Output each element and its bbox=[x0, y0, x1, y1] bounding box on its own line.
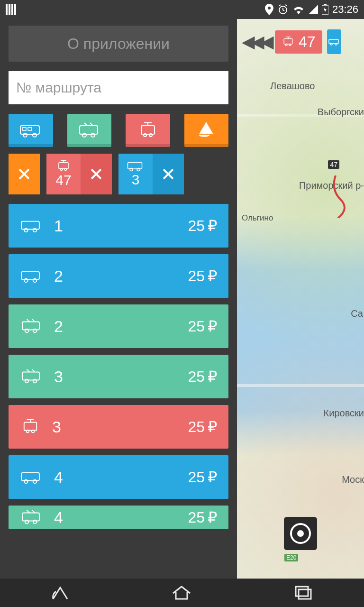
filter-tram[interactable] bbox=[126, 114, 170, 147]
route-price: 25 bbox=[188, 318, 205, 335]
boat-icon bbox=[197, 121, 216, 139]
signal-icon bbox=[309, 5, 318, 14]
svg-rect-8 bbox=[80, 126, 98, 134]
trolley-icon bbox=[20, 368, 43, 385]
route-number: 1 bbox=[54, 217, 63, 235]
svg-point-13 bbox=[149, 134, 152, 137]
trolley-icon bbox=[78, 122, 100, 139]
bus-icon bbox=[20, 269, 43, 283]
svg-rect-3 bbox=[20, 126, 39, 134]
route-item[interactable]: 2 25₽ bbox=[9, 254, 228, 298]
about-button[interactable]: О приложении bbox=[9, 26, 228, 62]
ruble-icon: ₽ bbox=[208, 468, 217, 486]
android-nav-bar bbox=[0, 579, 364, 607]
map[interactable]: ◀◀◀ 47 Левашово Выборгски Приморский р- … bbox=[237, 19, 364, 579]
route-price: 25 bbox=[188, 418, 205, 436]
route-price: 25 bbox=[188, 368, 205, 386]
bus-icon bbox=[126, 160, 145, 172]
close-icon bbox=[162, 167, 175, 181]
svg-rect-20 bbox=[21, 221, 39, 230]
route-search-input[interactable] bbox=[9, 71, 228, 104]
map-route-marker: 47 bbox=[328, 160, 339, 169]
map-labels: Левашово Выборгски Приморский р- Ольгино… bbox=[237, 19, 364, 579]
route-list: 1 25₽ 2 25₽ 2 25₽ bbox=[9, 204, 228, 529]
tram-icon bbox=[137, 122, 158, 139]
filter-boat[interactable] bbox=[184, 114, 229, 147]
ruble-icon: ₽ bbox=[208, 317, 217, 335]
svg-point-34 bbox=[32, 430, 35, 433]
map-label: Моск bbox=[342, 474, 364, 485]
selected-route-47[interactable]: 47 bbox=[46, 154, 112, 194]
svg-point-12 bbox=[144, 134, 146, 137]
selected-route-number: 47 bbox=[55, 172, 71, 188]
route-item[interactable]: 1 25₽ bbox=[9, 204, 228, 248]
wifi-icon bbox=[292, 5, 305, 14]
location-icon bbox=[265, 4, 273, 15]
ruble-icon: ₽ bbox=[208, 217, 217, 235]
ruble-icon: ₽ bbox=[208, 418, 217, 436]
route-price: 25 bbox=[188, 267, 205, 285]
menu-icon[interactable] bbox=[6, 4, 16, 15]
svg-point-15 bbox=[61, 168, 63, 170]
ruble-icon: ₽ bbox=[208, 508, 217, 526]
route-price: 25 bbox=[188, 509, 205, 526]
svg-rect-17 bbox=[128, 163, 142, 169]
svg-rect-6 bbox=[22, 128, 26, 130]
status-bar: 23:26 bbox=[0, 0, 364, 19]
trolley-icon bbox=[20, 318, 43, 334]
route-price: 25 bbox=[188, 469, 205, 486]
svg-rect-23 bbox=[21, 272, 39, 280]
map-road-badge: E20 bbox=[284, 554, 298, 561]
svg-rect-14 bbox=[59, 163, 68, 169]
transport-filter-row bbox=[9, 114, 228, 147]
map-label: Выборгски bbox=[318, 107, 364, 118]
route-number: 2 bbox=[54, 317, 63, 336]
alarm-icon bbox=[277, 4, 289, 15]
selected-routes-row: 47 3 bbox=[9, 154, 228, 194]
trolley-icon bbox=[20, 509, 43, 525]
filter-bus[interactable] bbox=[9, 114, 53, 147]
remove-route-button[interactable] bbox=[81, 154, 112, 194]
svg-rect-2 bbox=[324, 4, 327, 5]
svg-rect-38 bbox=[22, 513, 39, 521]
tram-icon bbox=[20, 419, 41, 435]
route-item[interactable]: 4 25₽ bbox=[9, 506, 228, 529]
remove-route-button[interactable] bbox=[153, 154, 184, 194]
svg-rect-48 bbox=[296, 587, 308, 596]
route-price: 25 bbox=[188, 217, 205, 235]
bus-icon bbox=[20, 470, 43, 484]
route-item[interactable]: 4 25₽ bbox=[9, 455, 228, 499]
locate-button[interactable] bbox=[284, 517, 317, 550]
svg-rect-35 bbox=[21, 473, 39, 481]
bus-icon bbox=[20, 219, 43, 233]
selected-route-number: 3 bbox=[132, 172, 140, 188]
selected-route-3[interactable]: 3 bbox=[118, 154, 184, 194]
about-label: О приложении bbox=[67, 35, 170, 53]
map-label: Кировски bbox=[324, 408, 364, 419]
clear-all-button[interactable] bbox=[9, 154, 40, 194]
map-label: Левашово bbox=[270, 81, 315, 92]
tram-icon bbox=[55, 160, 72, 172]
route-item[interactable]: 3 25₽ bbox=[9, 405, 228, 449]
svg-point-33 bbox=[27, 430, 29, 433]
nav-back-button[interactable] bbox=[51, 585, 69, 601]
ruble-icon: ₽ bbox=[208, 368, 217, 386]
ruble-icon: ₽ bbox=[208, 267, 217, 285]
nav-home-button[interactable] bbox=[171, 585, 192, 601]
filter-trolley[interactable] bbox=[67, 114, 112, 147]
route-item[interactable]: 3 25₽ bbox=[9, 355, 228, 398]
close-icon bbox=[90, 167, 103, 181]
svg-rect-29 bbox=[22, 372, 39, 380]
route-item[interactable]: 2 25₽ bbox=[9, 304, 228, 348]
map-label: Ольгино bbox=[242, 213, 273, 223]
battery-icon bbox=[322, 4, 328, 15]
svg-rect-11 bbox=[141, 126, 155, 134]
route-number: 3 bbox=[52, 418, 61, 436]
route-line bbox=[317, 175, 355, 218]
status-time: 23:26 bbox=[332, 3, 358, 16]
close-icon bbox=[18, 167, 31, 181]
route-number: 3 bbox=[54, 368, 63, 386]
map-label: Са bbox=[351, 308, 363, 319]
svg-point-16 bbox=[64, 168, 66, 170]
nav-recent-button[interactable] bbox=[294, 585, 313, 601]
